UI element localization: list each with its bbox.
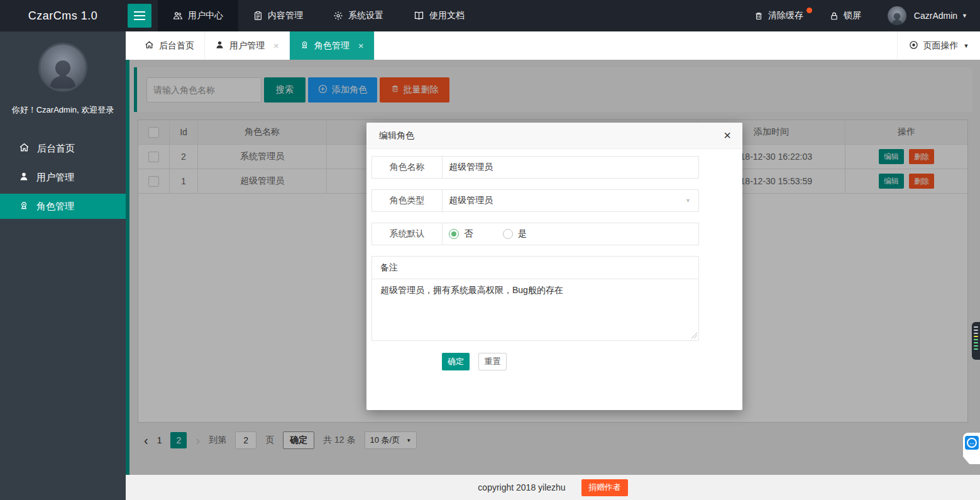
close-icon[interactable]: ×	[358, 40, 364, 51]
field-role-type: 角色类型 超级管理员 ▼	[372, 189, 699, 212]
nav-item-label: 使用文档	[429, 10, 465, 21]
nav-item-settings[interactable]: 系统设置	[318, 0, 399, 31]
username-label: CazrAdmin	[914, 11, 957, 21]
radio-yes[interactable]: 是	[503, 228, 527, 240]
radio-no-label: 否	[464, 228, 473, 240]
chevron-down-icon: ▼	[964, 43, 969, 49]
clear-cache-label: 清除缓存	[768, 10, 803, 21]
close-icon[interactable]: ×	[273, 40, 279, 51]
app-logo: CzarCms 1.0	[0, 9, 126, 23]
hamburger-menu-button[interactable]	[128, 4, 151, 28]
award-icon	[19, 201, 29, 213]
welcome-text: 你好！CzarAdmin, 欢迎登录	[0, 104, 126, 116]
tab-role-management[interactable]: 角色管理 ×	[290, 31, 375, 60]
modal-header: 编辑角色	[366, 123, 742, 149]
tab-label: 用户管理	[229, 40, 265, 52]
screen-recorder-widget[interactable]	[972, 322, 980, 360]
book-icon	[414, 11, 424, 21]
modal-actions: 确定 重置	[372, 353, 730, 370]
person-icon	[215, 40, 224, 52]
chevron-down-icon: ▼	[685, 197, 691, 204]
modal-title: 编辑角色	[379, 130, 414, 142]
lock-screen-button[interactable]: 锁屏	[830, 10, 861, 21]
role-name-label: 角色名称	[372, 157, 443, 178]
sidebar-item-label: 后台首页	[37, 143, 75, 155]
nav-item-docs[interactable]: 使用文档	[399, 0, 480, 31]
person-icon	[19, 172, 29, 184]
footer: copyright 2018 yilezhu 捐赠作者	[126, 475, 980, 500]
donate-button[interactable]: 捐赠作者	[581, 479, 628, 496]
sidebar-item-users[interactable]: 用户管理	[0, 165, 126, 190]
sidebar-item-label: 用户管理	[36, 172, 74, 184]
radio-circle-icon	[449, 229, 459, 239]
lock-screen-label: 锁屏	[844, 10, 861, 21]
clipboard-icon	[253, 11, 263, 21]
home-icon	[19, 142, 30, 155]
user-avatar[interactable]	[888, 6, 906, 25]
tab-user-management[interactable]: 用户管理 ×	[205, 31, 290, 60]
tab-label: 角色管理	[314, 40, 350, 52]
sidebar: 你好！CzarAdmin, 欢迎登录 后台首页 用户管理 角色管理	[0, 31, 126, 500]
nav-item-label: 用户中心	[188, 10, 223, 21]
field-system-default: 系统默认 否 是	[372, 223, 699, 245]
remote-control-float-button[interactable]: ↔	[963, 433, 980, 464]
sidebar-item-roles[interactable]: 角色管理	[0, 194, 126, 219]
radio-yes-label: 是	[518, 228, 527, 240]
edit-role-modal: 编辑角色 × 角色名称 角色类型 超级管理员 ▼ 系统默认	[366, 123, 742, 410]
role-type-value: 超级管理员	[449, 195, 493, 206]
system-default-label: 系统默认	[372, 223, 443, 245]
dot-circle-icon	[909, 40, 918, 52]
nav-item-content[interactable]: 内容管理	[238, 0, 318, 31]
nav-item-label: 内容管理	[268, 10, 303, 21]
page-operations-dropdown[interactable]: 页面操作 ▼	[897, 31, 980, 60]
close-icon[interactable]: ×	[724, 129, 731, 142]
profile-avatar[interactable]	[38, 43, 87, 92]
sidebar-item-label: 角色管理	[36, 201, 74, 213]
field-role-name: 角色名称	[372, 156, 699, 179]
sidebar-menu: 后台首页 用户管理 角色管理	[0, 136, 126, 219]
role-type-label: 角色类型	[372, 190, 443, 211]
nav-item-label: 系统设置	[348, 10, 383, 21]
role-type-select[interactable]: 超级管理员 ▼	[443, 190, 698, 211]
nav-item-user-center[interactable]: 用户中心	[158, 0, 238, 31]
field-remark: 备注 超级管理员，拥有系统最高权限，Bug般的存在	[372, 256, 699, 341]
tab-bar: 后台首页 用户管理 × 角色管理 × 页面操作 ▼	[126, 31, 980, 60]
cache-badge-dot	[807, 8, 812, 13]
modal-body: 角色名称 角色类型 超级管理员 ▼ 系统默认 否	[366, 149, 742, 370]
tab-home[interactable]: 后台首页	[135, 31, 205, 60]
copyright-text: copyright 2018 yilezhu	[478, 482, 565, 492]
confirm-button[interactable]: 确定	[442, 353, 470, 370]
radio-no[interactable]: 否	[449, 228, 473, 240]
remark-textarea[interactable]: 超级管理员，拥有系统最高权限，Bug般的存在	[372, 279, 698, 340]
teamviewer-icon: ↔	[965, 436, 979, 450]
sidebar-item-home[interactable]: 后台首页	[0, 136, 126, 161]
users-icon	[173, 11, 183, 21]
page-ops-label: 页面操作	[923, 40, 959, 52]
navbar-right: 清除缓存 锁屏 CazrAdmin ▼	[754, 0, 980, 31]
chevron-down-icon: ▼	[962, 13, 967, 19]
trash-icon	[754, 11, 763, 21]
clear-cache-button[interactable]: 清除缓存	[754, 10, 803, 21]
tab-label: 后台首页	[159, 40, 194, 52]
top-navbar: CzarCms 1.0 用户中心 内容管理 系统设置	[0, 0, 980, 31]
award-icon	[300, 40, 309, 52]
remark-label: 备注	[372, 257, 698, 279]
top-menu: 用户中心 内容管理 系统设置 使用文档	[158, 0, 480, 31]
radio-circle-icon	[503, 229, 513, 239]
screen: CzarCms 1.0 用户中心 内容管理 系统设置	[0, 0, 980, 500]
lock-icon	[830, 11, 839, 21]
user-dropdown[interactable]: CazrAdmin ▼	[914, 11, 967, 21]
gear-icon	[333, 11, 343, 21]
reset-button[interactable]: 重置	[478, 353, 507, 370]
role-name-input[interactable]	[449, 162, 692, 172]
home-icon	[145, 40, 154, 52]
